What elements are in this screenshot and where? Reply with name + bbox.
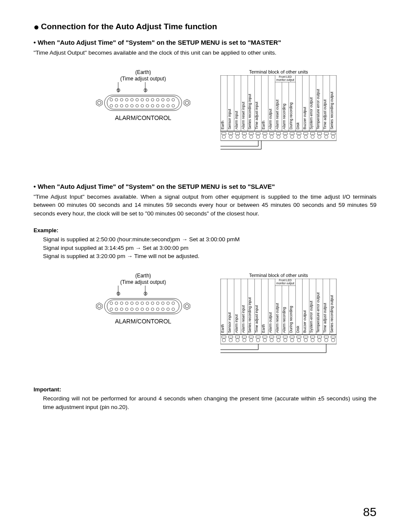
svg-rect-210 — [310, 336, 315, 338]
svg-point-129 — [167, 302, 169, 304]
svg-rect-208 — [304, 336, 308, 338]
svg-point-21 — [110, 104, 113, 107]
svg-point-101 — [311, 135, 314, 138]
svg-rect-82 — [249, 132, 253, 135]
slave-heading: • When "Auto Adjust Time" of "System" on… — [34, 183, 376, 190]
earth-label-2: (Earth) — [96, 273, 190, 279]
svg-point-142 — [167, 308, 169, 311]
svg-point-191 — [243, 338, 246, 342]
svg-point-127 — [156, 302, 159, 304]
svg-point-131 — [110, 308, 113, 311]
svg-text:Front LED: Front LED — [279, 279, 292, 282]
svg-text:monitor output: monitor output — [276, 282, 294, 285]
svg-rect-80 — [242, 132, 247, 135]
svg-rect-104 — [324, 132, 328, 135]
svg-rect-96 — [297, 132, 301, 135]
svg-point-121 — [125, 302, 128, 304]
svg-text:Alarm reset output: Alarm reset output — [275, 99, 279, 129]
svg-point-103 — [318, 135, 321, 138]
svg-point-201 — [277, 338, 280, 342]
terminal-block-svg-2: Front LEDmonitor outputEarthSensor input… — [220, 279, 337, 365]
example-line3: Signal is supplied at 3:20:00 pm → Time … — [43, 252, 376, 261]
svg-point-15 — [146, 98, 149, 101]
terminal-holes — [110, 98, 174, 107]
svg-text:Earth: Earth — [220, 120, 225, 129]
svg-point-136 — [136, 308, 138, 311]
svg-rect-200 — [276, 336, 281, 338]
svg-point-22 — [115, 104, 118, 107]
earth-label: (Earth) — [96, 69, 190, 75]
svg-rect-204 — [290, 336, 294, 338]
svg-text:Series recording output: Series recording output — [330, 91, 334, 129]
alarm-control-block-2: (Earth) (Time adjust output) ⑬ ⑳ ALARM/C… — [96, 273, 190, 365]
svg-marker-4 — [184, 99, 190, 106]
svg-rect-7 — [107, 96, 179, 109]
svg-text:Alarm output: Alarm output — [268, 108, 272, 129]
svg-text:Alarm reset input: Alarm reset input — [241, 101, 245, 129]
svg-point-143 — [172, 308, 174, 311]
time-adjust-label: (Time adjust output) — [96, 76, 190, 82]
svg-point-93 — [284, 135, 287, 138]
bullet-icon: ● — [34, 22, 39, 32]
slave-body: "Time Adjust Input" becomes available. W… — [34, 193, 376, 218]
diagram-slave: (Earth) (Time adjust output) ⑬ ⑳ ALARM/C… — [96, 273, 376, 365]
svg-point-81 — [243, 135, 246, 138]
section-title: ●Connection for the Auto Adjust Time fun… — [34, 22, 376, 33]
svg-marker-114 — [184, 303, 190, 310]
terminal-block-header-2: Terminal block of other units — [220, 273, 337, 278]
svg-rect-117 — [107, 300, 179, 313]
svg-point-138 — [146, 308, 149, 311]
alarm-terminal-svg-2: ⑬ ⑳ — [96, 286, 190, 317]
svg-rect-84 — [256, 132, 260, 135]
svg-rect-102 — [317, 132, 321, 135]
svg-point-29 — [151, 104, 154, 107]
master-heading: • When "Auto Adjust Time" of "System" on… — [34, 39, 376, 46]
svg-point-97 — [297, 135, 301, 138]
svg-point-113 — [98, 304, 101, 308]
svg-rect-202 — [283, 336, 288, 338]
svg-text:During recording: During recording — [289, 306, 293, 333]
svg-point-12 — [131, 98, 133, 101]
svg-text:Disk: Disk — [296, 122, 300, 129]
svg-rect-188 — [236, 336, 240, 338]
time-adjust-label-2: (Time adjust output) — [96, 279, 190, 285]
terminal-block: Terminal block of other units Front LEDm… — [220, 69, 337, 161]
svg-text:During recording: During recording — [289, 102, 293, 129]
svg-text:monitor output: monitor output — [276, 78, 294, 82]
svg-point-197 — [263, 338, 266, 342]
svg-text:Time adjust output: Time adjust output — [323, 99, 327, 129]
svg-text:Buzzer output: Buzzer output — [303, 106, 307, 129]
diagram-master: (Earth) (Time adjust output) ⑬ ⑳ ALARM/C… — [96, 69, 376, 161]
svg-point-123 — [136, 302, 138, 304]
hex-screw-left — [96, 99, 102, 106]
svg-rect-98 — [304, 132, 308, 135]
svg-point-26 — [136, 104, 138, 107]
svg-text:Earth: Earth — [261, 120, 266, 129]
svg-text:Series recording output: Series recording output — [330, 295, 334, 333]
svg-point-95 — [291, 135, 294, 138]
svg-point-85 — [256, 135, 260, 138]
svg-point-115 — [185, 304, 189, 308]
svg-point-31 — [162, 104, 164, 107]
example-line2: Signal input supplied at 3:14:45 pm → Se… — [43, 244, 376, 252]
terminal-block-svg: Front LEDmonitor outputEarthSensor input… — [220, 75, 337, 161]
svg-point-9 — [115, 98, 118, 101]
svg-point-11 — [125, 98, 128, 101]
svg-point-19 — [167, 98, 169, 101]
svg-point-13 — [136, 98, 138, 101]
svg-point-141 — [162, 308, 164, 311]
svg-point-139 — [151, 308, 154, 311]
svg-point-211 — [311, 338, 314, 342]
svg-text:Earth: Earth — [220, 324, 225, 333]
svg-point-120 — [120, 302, 123, 304]
svg-rect-76 — [229, 132, 233, 135]
svg-text:Series recording input: Series recording input — [248, 93, 252, 129]
svg-text:Series recording input: Series recording input — [248, 297, 252, 333]
svg-point-3 — [98, 101, 101, 105]
svg-rect-196 — [263, 336, 267, 338]
svg-rect-216 — [331, 336, 335, 338]
svg-point-28 — [146, 104, 149, 107]
example-body: Signal is supplied at 2:50:00 (hour:minu… — [43, 235, 376, 261]
svg-text:Temperature error output: Temperature error output — [316, 89, 320, 129]
svg-text:Alarm reset input: Alarm reset input — [241, 305, 245, 333]
